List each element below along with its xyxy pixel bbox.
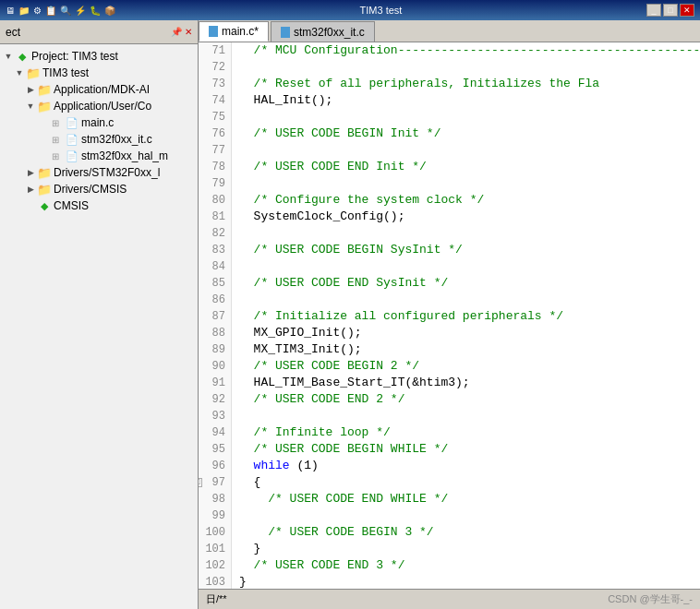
line-num-78: 78 xyxy=(204,159,225,175)
tab-file-icon xyxy=(281,27,290,38)
code-line-75 xyxy=(239,109,693,125)
code-line-93 xyxy=(239,408,693,424)
line-num-73: 73 xyxy=(204,76,225,92)
tab-bar: main.c* stm32f0xx_it.c xyxy=(199,20,700,42)
code-line-78: /* USER CODE END Init */ xyxy=(239,159,693,175)
folder-icon: 📁 xyxy=(37,100,52,113)
sidebar-item-tim3[interactable]: ▼ 📁 TIM3 test xyxy=(0,65,198,81)
line-num-72: 72 xyxy=(204,59,225,76)
expand-icon xyxy=(24,199,37,212)
file-icon: 📄 xyxy=(65,133,79,146)
code-line-103: } xyxy=(239,574,693,589)
code-line-71: /* MCU Configuration--------------------… xyxy=(239,42,693,59)
code-line-97: { xyxy=(239,474,693,491)
line-num-98: 98 xyxy=(204,491,225,508)
file-icon: 📄 xyxy=(65,116,79,129)
line-num-91: 91 xyxy=(204,375,225,391)
minimize-button[interactable]: _ xyxy=(646,4,661,17)
tab-stm32-it-label: stm32f0xx_it.c xyxy=(294,26,365,39)
tim3-label: TIM3 test xyxy=(42,66,89,79)
file-plus-icon: ⊞ xyxy=(48,149,63,162)
code-editor[interactable]: 71 72 73 74 75 76 77 78 79 80 81 82 83 8… xyxy=(199,42,700,589)
expand-icon: ▶ xyxy=(24,166,37,179)
sidebar-item-drivers-cmsis[interactable]: ▶ 📁 Drivers/CMSIS xyxy=(0,181,198,197)
sidebar-item-stm32-it[interactable]: ⊞ 📄 stm32f0xx_it.c xyxy=(0,131,198,148)
project-label: Project: TIM3 test xyxy=(31,50,118,63)
line-num-99: 99 xyxy=(204,508,225,524)
code-line-73: /* Reset of all peripherals, Initializes… xyxy=(239,76,693,92)
code-line-81: SystemClock_Config(); xyxy=(239,209,693,225)
code-line-101: } xyxy=(239,541,693,557)
sidebar: ect 📌 ✕ ▼ ◆ Project: TIM3 test ▼ 📁 TIM3 … xyxy=(0,20,199,609)
sidebar-item-app-mdk[interactable]: ▶ 📁 Application/MDK-AI xyxy=(0,81,198,98)
code-content[interactable]: /* MCU Configuration--------------------… xyxy=(232,42,700,589)
code-line-95: /* USER CODE BEGIN WHILE */ xyxy=(239,441,693,458)
code-line-100: /* USER CODE BEGIN 3 */ xyxy=(239,524,693,541)
window-title: TIM3 test xyxy=(115,5,646,16)
sidebar-header: ect 📌 ✕ xyxy=(0,20,198,44)
code-line-85: /* USER CODE END SysInit */ xyxy=(239,275,693,292)
expand-icon: ▼ xyxy=(2,50,15,63)
expand-icon: ▼ xyxy=(24,100,37,113)
folder-icon: 📁 xyxy=(26,66,41,79)
stm32-hal-label: stm32f0xx_hal_m xyxy=(81,149,168,162)
maximize-button[interactable]: □ xyxy=(663,4,678,17)
file-plus-icon: ⊞ xyxy=(48,116,63,129)
app-mdk-label: Application/MDK-AI xyxy=(54,83,150,96)
diamond-icon: ◆ xyxy=(37,199,52,212)
code-line-72 xyxy=(239,59,693,76)
main-c-label: main.c xyxy=(81,116,114,129)
line-num-77: 77 xyxy=(204,142,225,159)
code-line-80: /* Configure the system clock */ xyxy=(239,192,693,209)
line-num-82: 82 xyxy=(204,225,225,242)
line-num-75: 75 xyxy=(204,109,225,125)
project-icon: ◆ xyxy=(15,50,30,63)
close-button[interactable]: ✕ xyxy=(680,4,694,17)
line-num-87: 87 xyxy=(204,308,225,325)
window-controls[interactable]: _ □ ✕ xyxy=(646,4,694,17)
line-num-88: 88 xyxy=(204,325,225,341)
sidebar-close-icon[interactable]: ✕ xyxy=(185,27,192,37)
line-num-94: 94 xyxy=(204,424,225,441)
line-num-90: 90 xyxy=(204,358,225,375)
sidebar-item-stm32-hal[interactable]: ⊞ 📄 stm32f0xx_hal_m xyxy=(0,148,198,164)
code-line-98: /* USER CODE END WHILE */ xyxy=(239,491,693,508)
expand-icon: ▶ xyxy=(24,83,37,96)
line-num-83: 83 xyxy=(204,242,225,258)
sidebar-item-app-user[interactable]: ▼ 📁 Application/User/Co xyxy=(0,98,198,114)
code-line-87: /* Initialize all configured peripherals… xyxy=(239,308,693,325)
tab-file-icon xyxy=(209,26,218,37)
sidebar-item-main-c[interactable]: ⊞ 📄 main.c xyxy=(0,114,198,131)
sidebar-item-drivers-stm32[interactable]: ▶ 📁 Drivers/STM32F0xx_l xyxy=(0,164,198,181)
line-num-89: 89 xyxy=(204,341,225,358)
tab-stm32-it[interactable]: stm32f0xx_it.c xyxy=(271,21,375,42)
fold-marker-97[interactable]: □ xyxy=(199,478,202,487)
code-line-90: /* USER CODE BEGIN 2 */ xyxy=(239,358,693,375)
sidebar-item-cmsis[interactable]: ◆ CMSIS xyxy=(0,197,198,214)
line-num-79: 79 xyxy=(204,175,225,192)
main-layout: ect 📌 ✕ ▼ ◆ Project: TIM3 test ▼ 📁 TIM3 … xyxy=(0,20,700,609)
folder-icon: 📁 xyxy=(37,83,52,96)
file-icon: 📄 xyxy=(65,149,79,162)
line-num-84: 84 xyxy=(204,258,225,275)
line-num-81: 81 xyxy=(204,209,225,225)
status-left: 日/** xyxy=(206,592,227,606)
code-line-74: HAL_Init(); xyxy=(239,92,693,109)
line-num-92: 92 xyxy=(204,391,225,408)
code-line-76: /* USER CODE BEGIN Init */ xyxy=(239,125,693,142)
tab-main-c[interactable]: main.c* xyxy=(199,21,269,42)
code-line-89: MX_TIM3_Init(); xyxy=(239,341,693,358)
sidebar-header-icons: 📌 ✕ xyxy=(171,27,192,37)
expand-icon: ▶ xyxy=(24,183,37,196)
editor-area: main.c* stm32f0xx_it.c 71 72 73 74 75 76… xyxy=(199,20,700,609)
tab-main-c-label: main.c* xyxy=(222,25,259,38)
file-plus-icon: ⊞ xyxy=(48,133,63,146)
line-num-76: 76 xyxy=(204,125,225,142)
line-num-71: 71 xyxy=(204,42,225,59)
line-num-102: 102 xyxy=(204,557,225,574)
code-line-86 xyxy=(239,292,693,308)
app-user-label: Application/User/Co xyxy=(54,100,151,113)
sidebar-pin-icon[interactable]: 📌 xyxy=(171,27,182,37)
code-line-94: /* Infinite loop */ xyxy=(239,424,693,441)
sidebar-item-project[interactable]: ▼ ◆ Project: TIM3 test xyxy=(0,48,198,65)
